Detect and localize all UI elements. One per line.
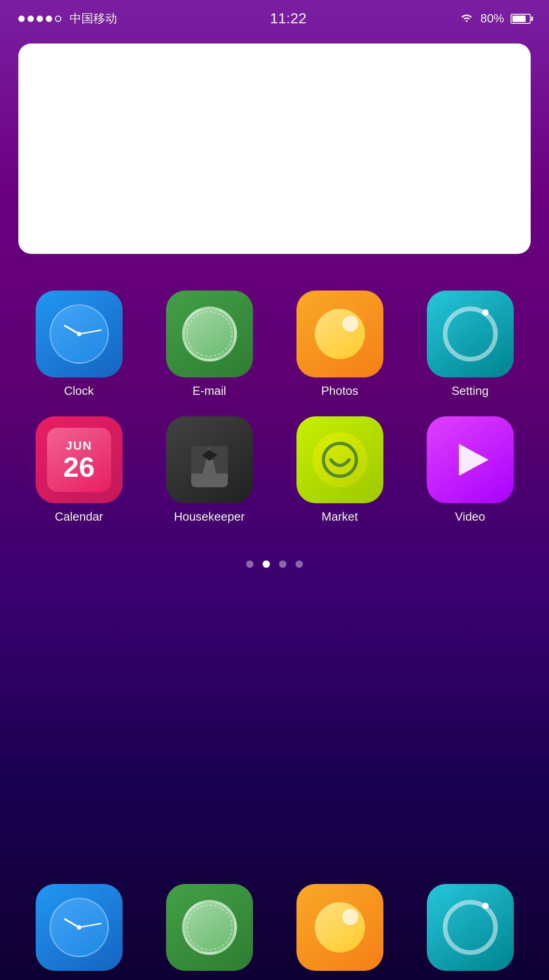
clock-face [49, 304, 109, 364]
housekeeper-inner [166, 416, 253, 503]
battery-fill [512, 16, 526, 22]
widget-area [18, 43, 531, 254]
svg-point-4 [207, 455, 212, 460]
wifi-icon [459, 12, 474, 26]
app-item-video[interactable]: Video [409, 416, 531, 524]
dock-item-email[interactable] [149, 884, 270, 971]
signal-dot-4 [46, 16, 52, 22]
dock-item-setting[interactable] [409, 884, 531, 971]
page-dot-2-active[interactable] [263, 560, 270, 568]
housekeeper-label: Housekeeper [174, 510, 245, 524]
app-item-market[interactable]: Market [279, 416, 400, 524]
calendar-month: JUN [65, 439, 92, 453]
dock-email-circle [182, 900, 237, 955]
widget-box[interactable] [18, 43, 531, 254]
video-play-button [459, 444, 489, 476]
clock-hand-minute [79, 329, 102, 335]
battery-percent: 80% [480, 11, 504, 26]
calendar-icon: JUN 26 [36, 416, 123, 503]
market-bag [312, 432, 367, 487]
video-label: Video [455, 510, 485, 524]
signal-dot-5 [55, 16, 61, 22]
suit-svg [184, 432, 235, 487]
photos-blob [315, 309, 365, 359]
dock-setting-ring [443, 900, 498, 955]
dock-clock-center-dot [77, 925, 81, 930]
photos-icon [296, 291, 383, 377]
app-grid: Clock E-mail Photos Setting JUN 26 [0, 272, 549, 533]
email-circle [182, 307, 237, 361]
calendar-day: 26 [63, 453, 95, 481]
video-icon [427, 416, 514, 503]
app-item-housekeeper[interactable]: Housekeeper [149, 416, 270, 524]
housekeeper-icon [166, 416, 253, 503]
dock [0, 875, 549, 980]
setting-dot [482, 309, 489, 316]
market-label: Market [322, 510, 358, 524]
battery-icon [511, 14, 531, 24]
dock-photos-icon [296, 884, 383, 971]
app-item-calendar[interactable]: JUN 26 Calendar [18, 416, 140, 524]
dock-email-stitch [187, 905, 232, 950]
status-time: 11:22 [270, 10, 307, 27]
signal-dot-2 [27, 16, 34, 22]
signal-dot-1 [18, 16, 25, 22]
carrier-name: 中国移动 [70, 11, 117, 27]
app-item-email[interactable]: E-mail [149, 291, 270, 398]
dock-photos-blob [315, 902, 365, 953]
page-dot-1[interactable] [246, 560, 253, 568]
market-smile-svg [322, 442, 358, 478]
market-icon [296, 416, 383, 503]
dock-email-icon [166, 884, 253, 971]
page-dot-3[interactable] [279, 560, 286, 568]
status-bar: 中国移动 11:22 80% [0, 0, 549, 34]
page-dots [0, 560, 549, 568]
dock-item-clock[interactable] [18, 884, 140, 971]
calendar-label: Calendar [55, 510, 103, 524]
app-item-setting[interactable]: Setting [409, 291, 531, 398]
email-icon [166, 291, 253, 377]
status-right: 80% [459, 11, 531, 26]
dock-clock-hand-minute [79, 923, 102, 928]
clock-icon [36, 291, 123, 377]
dock-clock-face [49, 898, 109, 957]
photos-label: Photos [321, 384, 358, 398]
setting-icon [427, 291, 514, 377]
signal-dot-3 [37, 16, 43, 22]
email-stitch [187, 311, 232, 357]
dock-setting-dot [482, 903, 489, 909]
page-dot-4[interactable] [296, 560, 303, 568]
setting-label: Setting [452, 384, 489, 398]
status-left: 中国移动 [18, 11, 117, 27]
app-item-clock[interactable]: Clock [18, 291, 140, 398]
app-item-photos[interactable]: Photos [279, 291, 400, 398]
clock-center-dot [77, 332, 81, 336]
dock-item-photos[interactable] [279, 884, 400, 971]
clock-label: Clock [64, 384, 94, 398]
svg-point-5 [323, 443, 356, 476]
signal-dots [18, 16, 61, 22]
dock-clock-icon [36, 884, 123, 971]
calendar-inner: JUN 26 [47, 428, 111, 492]
setting-ring [443, 307, 498, 361]
dock-setting-icon [427, 884, 514, 971]
email-label: E-mail [193, 384, 226, 398]
